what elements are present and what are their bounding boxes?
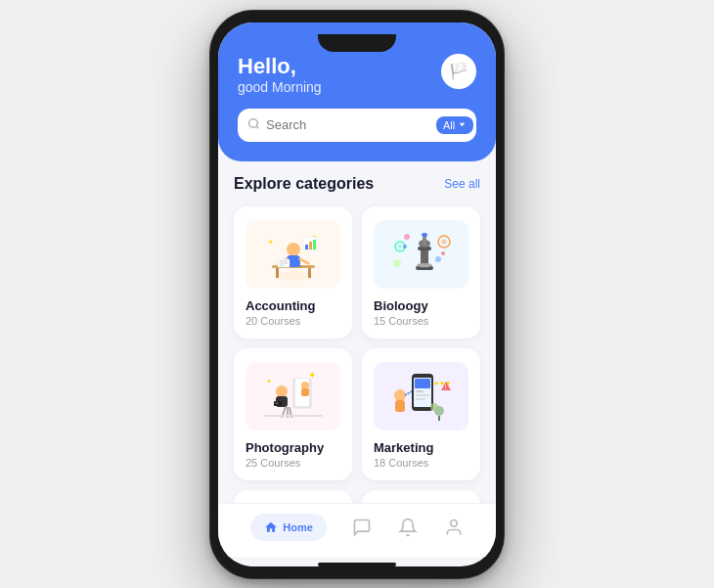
- categories-grid: ★ ★ Accounting 20 Courses: [234, 206, 480, 503]
- svg-rect-48: [301, 388, 309, 396]
- nav-item-profile[interactable]: [444, 518, 464, 537]
- svg-line-1: [256, 126, 258, 128]
- category-name-photography: Photography: [245, 440, 324, 455]
- section-title: Explore categories: [234, 175, 374, 193]
- svg-rect-20: [309, 242, 312, 249]
- svg-point-58: [394, 389, 406, 401]
- svg-point-62: [430, 403, 438, 411]
- svg-rect-5: [276, 268, 279, 278]
- category-card-accounting[interactable]: ★ ★ Accounting 20 Courses: [234, 206, 352, 339]
- svg-point-40: [276, 385, 288, 397]
- svg-point-33: [404, 234, 410, 240]
- nav-item-home[interactable]: Home: [250, 514, 327, 541]
- category-card-marketing[interactable]: ★★★ ! Marketing 18 Courses: [362, 348, 480, 480]
- category-count-marketing: 18 Courses: [374, 457, 428, 469]
- svg-text:✦: ✦: [308, 370, 316, 381]
- svg-marker-2: [460, 123, 465, 127]
- svg-point-47: [301, 382, 309, 389]
- notch: [318, 34, 396, 52]
- svg-rect-57: [416, 398, 425, 400]
- nav-item-chat[interactable]: [352, 518, 372, 537]
- category-name-marketing: Marketing: [374, 440, 433, 455]
- search-input[interactable]: [266, 117, 430, 132]
- bottom-nav: Home: [218, 503, 496, 557]
- search-dropdown[interactable]: All: [436, 116, 473, 134]
- nav-home-label: Home: [283, 521, 313, 533]
- svg-point-43: [275, 402, 278, 405]
- svg-point-36: [403, 245, 407, 249]
- svg-point-8: [287, 243, 300, 256]
- nav-item-bell[interactable]: [398, 518, 418, 537]
- category-card-photography[interactable]: ✦ ✦ Photography 25 Courses: [234, 348, 352, 480]
- greeting: Hello, good Morning: [238, 54, 322, 95]
- category-illustration-photography: ✦ ✦: [245, 362, 340, 430]
- svg-point-32: [441, 240, 446, 245]
- greeting-sub: good Morning: [238, 79, 322, 95]
- search-bar[interactable]: All: [238, 109, 476, 142]
- svg-rect-56: [416, 394, 429, 396]
- category-count-photography: 25 Courses: [245, 457, 300, 469]
- greeting-hello: Hello,: [238, 54, 322, 79]
- search-icon: [247, 117, 260, 133]
- svg-rect-54: [415, 379, 430, 388]
- category-card-extra2[interactable]: ✦ ✦ Science 22 Courses: [362, 490, 480, 503]
- svg-rect-21: [313, 240, 316, 249]
- svg-point-3: [274, 271, 313, 281]
- category-illustration-accounting: ★ ★: [245, 220, 340, 289]
- svg-line-11: [300, 259, 308, 263]
- category-name-accounting: Accounting: [245, 298, 316, 313]
- category-illustration-marketing: ★★★ !: [374, 362, 469, 430]
- svg-point-27: [422, 233, 427, 237]
- see-all-link[interactable]: See all: [444, 177, 480, 191]
- svg-rect-55: [416, 390, 424, 392]
- svg-point-34: [435, 256, 441, 262]
- svg-text:!: !: [444, 384, 446, 390]
- category-count-accounting: 20 Courses: [245, 315, 300, 327]
- svg-point-35: [393, 259, 401, 267]
- svg-rect-19: [305, 245, 308, 249]
- svg-point-30: [398, 245, 402, 249]
- svg-rect-6: [308, 268, 311, 278]
- category-count-biology: 15 Courses: [374, 315, 428, 327]
- phone-wrapper: Hello, good Morning 🏳️ All: [210, 11, 504, 578]
- category-illustration-biology: [374, 220, 469, 289]
- svg-point-28: [417, 263, 432, 267]
- svg-rect-26: [423, 236, 426, 246]
- avatar-button[interactable]: 🏳️: [441, 54, 476, 89]
- avatar-flag-icon: 🏳️: [449, 62, 469, 80]
- svg-line-60: [405, 391, 412, 395]
- category-card-biology[interactable]: Bioloogy 15 Courses: [362, 206, 480, 339]
- svg-rect-59: [395, 400, 405, 412]
- svg-point-37: [441, 251, 445, 255]
- svg-text:✦: ✦: [266, 378, 272, 384]
- main-content: Explore categories See all: [218, 161, 496, 503]
- category-name-biology: Bioloogy: [374, 298, 428, 313]
- svg-point-85: [450, 520, 457, 526]
- category-card-extra1[interactable]: Education 12 Courses: [234, 490, 352, 503]
- svg-point-0: [249, 119, 258, 128]
- svg-text:★★★: ★★★: [433, 380, 451, 386]
- phone-screen: Hello, good Morning 🏳️ All: [218, 23, 496, 566]
- svg-text:★: ★: [268, 239, 273, 245]
- svg-rect-51: [264, 415, 323, 417]
- home-indicator: [318, 563, 396, 566]
- section-header: Explore categories See all: [234, 175, 480, 193]
